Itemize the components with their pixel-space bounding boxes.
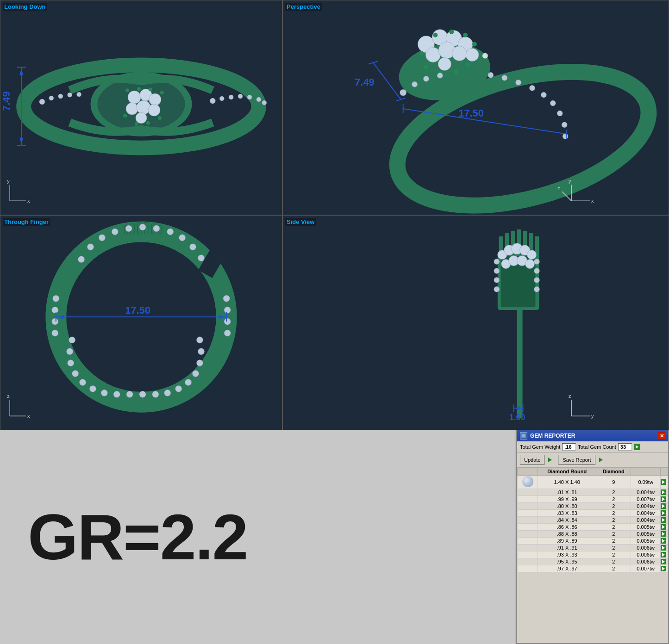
- gem-table-container[interactable]: Diamond Round Diamond 1.40 X 1.4090.09tw…: [517, 467, 668, 572]
- gem-row-expand[interactable]: [661, 476, 668, 489]
- svg-point-52: [452, 46, 467, 61]
- gem-count: 2: [596, 545, 631, 551]
- viewport-label-through-finger: Through Finger: [3, 218, 50, 226]
- titlebar-left: GEM REPORTER: [520, 432, 575, 440]
- svg-point-8: [68, 93, 72, 97]
- gem-table: Diamond Round Diamond 1.40 X 1.4090.09tw…: [517, 467, 668, 572]
- svg-point-55: [419, 51, 424, 56]
- svg-point-130: [53, 295, 59, 302]
- gem-weight: 0.005tw: [631, 524, 661, 531]
- viewport-looking-down[interactable]: Looking Down: [0, 0, 282, 215]
- gem-row-icon-cell: [518, 565, 538, 572]
- gem-reporter-titlebar: GEM REPORTER ✕: [517, 430, 668, 441]
- row-arrow-button[interactable]: [661, 559, 666, 564]
- svg-point-57: [449, 30, 454, 34]
- svg-point-20: [126, 103, 138, 115]
- viewport-through-finger[interactable]: Through Finger: [0, 215, 282, 430]
- gem-row-expand[interactable]: [661, 496, 668, 503]
- svg-point-120: [126, 391, 133, 397]
- gem-reporter-close-button[interactable]: ✕: [658, 432, 665, 440]
- row-arrow-icon: [662, 546, 665, 550]
- row-arrow-button[interactable]: [661, 503, 666, 509]
- row-arrow-button[interactable]: [661, 479, 666, 485]
- svg-point-175: [534, 277, 539, 283]
- svg-point-103: [99, 235, 105, 241]
- gem-row-expand[interactable]: [661, 531, 668, 538]
- gem-row-expand[interactable]: [661, 503, 668, 510]
- gem-row-expand[interactable]: [661, 510, 668, 517]
- gem-count: 2: [596, 496, 631, 503]
- viewport-side-view[interactable]: Side View: [282, 215, 669, 430]
- gem-row-expand[interactable]: [661, 538, 668, 545]
- svg-point-115: [72, 371, 79, 377]
- svg-point-66: [423, 76, 429, 81]
- row-arrow-icon: [662, 504, 665, 508]
- gem-row-icon-cell: [518, 496, 538, 503]
- svg-point-63: [465, 62, 470, 67]
- gem-row-expand[interactable]: [661, 489, 668, 496]
- svg-point-27: [160, 91, 164, 94]
- row-arrow-icon: [662, 567, 665, 570]
- gem-reporter-toolbar: Update Save Report: [517, 453, 668, 467]
- row-arrow-button[interactable]: [661, 552, 666, 557]
- svg-point-110: [190, 244, 196, 250]
- row-arrow-button[interactable]: [661, 489, 666, 495]
- gem-row-expand[interactable]: [661, 517, 668, 524]
- save-report-button[interactable]: Save Report: [558, 455, 595, 465]
- bottom-area: GR=2.2 GEM REPORTER ✕ Total Gem Weight .…: [0, 430, 669, 644]
- gem-row-expand[interactable]: [661, 558, 668, 565]
- row-arrow-button[interactable]: [661, 496, 666, 502]
- gem-row-icon-cell: [518, 524, 538, 531]
- row-arrow-button[interactable]: [661, 531, 666, 537]
- gem-weight: 0.004tw: [631, 510, 661, 517]
- svg-point-14: [247, 95, 252, 99]
- row-arrow-button[interactable]: [661, 510, 666, 516]
- row-arrow-button[interactable]: [661, 524, 666, 530]
- row-arrow-button[interactable]: [661, 566, 666, 571]
- svg-point-126: [193, 371, 199, 377]
- gem-row-icon-cell: [518, 510, 538, 517]
- svg-point-123: [164, 390, 171, 396]
- gem-row-expand[interactable]: [661, 551, 668, 558]
- gem-table-row: .97 X .9720.007tw: [518, 565, 668, 572]
- svg-point-64: [400, 89, 406, 96]
- header-arrow-button[interactable]: [634, 444, 640, 450]
- svg-rect-149: [283, 216, 668, 430]
- row-arrow-icon: [662, 518, 665, 522]
- gem-row-expand[interactable]: [661, 524, 668, 531]
- svg-point-30: [146, 121, 150, 125]
- gem-row-expand[interactable]: [661, 565, 668, 572]
- svg-point-134: [223, 295, 230, 302]
- svg-point-118: [101, 390, 107, 396]
- row-arrow-button[interactable]: [661, 517, 666, 523]
- gem-count: 2: [596, 503, 631, 510]
- viewport-perspective[interactable]: Perspective: [282, 0, 669, 215]
- gem-weight: 0.09tw: [631, 476, 661, 489]
- svg-point-107: [153, 225, 160, 232]
- svg-point-76: [563, 134, 568, 139]
- svg-text:z: z: [7, 393, 10, 399]
- gem-count: 2: [596, 538, 631, 545]
- svg-point-60: [424, 65, 428, 69]
- svg-point-56: [433, 33, 438, 37]
- row-arrow-button[interactable]: [661, 545, 666, 551]
- gem-weight: 0.005tw: [631, 538, 661, 545]
- row-arrow-icon: [662, 525, 665, 529]
- gem-size: .86 X .86: [538, 524, 596, 531]
- svg-point-164: [527, 250, 537, 260]
- svg-point-7: [58, 94, 63, 99]
- gem-reporter-icon: [520, 432, 527, 440]
- svg-text:z: z: [557, 186, 560, 191]
- svg-point-19: [149, 93, 161, 105]
- update-button[interactable]: Update: [520, 455, 544, 465]
- gem-row-icon-cell: [518, 476, 538, 489]
- row-arrow-button[interactable]: [661, 538, 666, 544]
- gem-weight: 0.006tw: [631, 545, 661, 551]
- gem-row-expand[interactable]: [661, 545, 668, 551]
- row-arrow-icon: [662, 490, 665, 494]
- svg-point-119: [113, 391, 120, 397]
- svg-point-6: [49, 96, 54, 100]
- gem-table-row: .86 X .8620.005tw: [518, 524, 668, 531]
- gem-table-row: .89 X .8920.005tw: [518, 538, 668, 545]
- svg-point-9: [77, 92, 81, 97]
